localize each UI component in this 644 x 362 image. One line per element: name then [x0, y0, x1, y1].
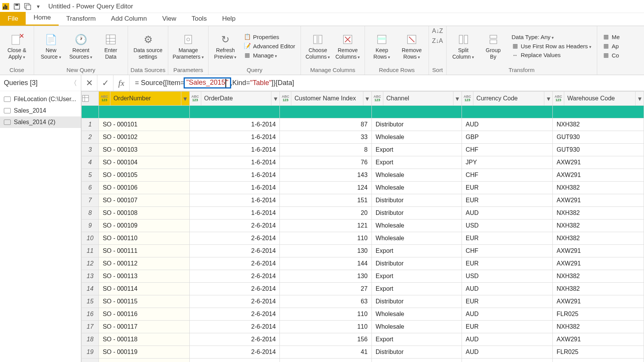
cell[interactable]: NXH382 [553, 321, 644, 333]
cell[interactable]: 2-6-2014 [189, 283, 280, 295]
table-row[interactable]: 3SO - 0001031-6-20148ExportCHFGUT930 [82, 144, 644, 156]
cell[interactable]: 2-6-2014 [189, 333, 280, 346]
cell[interactable]: 1-6-2014 [189, 144, 280, 156]
table-row[interactable]: 8SO - 0001081-6-201420DistributorAUDNXH3… [82, 207, 644, 219]
cell[interactable]: 2-6-2014 [189, 245, 280, 257]
keep-rows-button[interactable]: Keep Rows [368, 30, 396, 62]
column-header-orderdate[interactable]: ABC123OrderDate▾ [190, 92, 280, 105]
cell[interactable]: Distributor [371, 207, 462, 219]
cell[interactable]: EUR [462, 182, 552, 194]
cell[interactable]: AXW291 [553, 257, 644, 270]
cell[interactable]: Distributor [371, 346, 462, 359]
row-number[interactable]: 11 [82, 245, 99, 257]
cell[interactable]: Export [371, 245, 462, 257]
cell[interactable]: Wholesale [371, 219, 462, 232]
save-button[interactable] [12, 1, 22, 12]
cell[interactable]: SO - 000108 [99, 207, 189, 219]
table-corner[interactable] [82, 92, 99, 106]
cell[interactable]: 110 [280, 321, 372, 333]
cell[interactable]: SO - 000119 [99, 346, 189, 359]
split-column-button[interactable]: Split Column [450, 30, 477, 62]
cell[interactable]: 130 [280, 245, 372, 257]
table-row[interactable]: 12SO - 0001122-6-2014144DistributorEURAX… [82, 257, 644, 270]
cell[interactable]: 41 [280, 346, 372, 359]
remove-columns-button[interactable]: Remove Columns [334, 30, 361, 62]
cell[interactable]: AUD [462, 207, 552, 219]
column-filter-button[interactable]: ▾ [453, 92, 462, 105]
formula-commit-button[interactable]: ✓ [97, 75, 113, 91]
cell[interactable]: JPY [462, 156, 552, 169]
cell[interactable]: NXH382 [553, 283, 644, 295]
choose-columns-button[interactable]: Choose Columns [304, 30, 332, 62]
table-row[interactable]: 7SO - 0001071-6-2014151DistributorEURAXW… [82, 194, 644, 207]
cell[interactable]: USD [462, 219, 552, 232]
table-row[interactable]: 10SO - 0001102-6-2014110WholesaleEURNXH3… [82, 232, 644, 245]
cell[interactable]: Distributor [371, 257, 462, 270]
cell[interactable]: AXW291 [553, 156, 644, 169]
tab-home[interactable]: Home [26, 11, 58, 26]
cell[interactable]: Wholesale [371, 131, 462, 144]
qat-dropdown[interactable]: ▾ [33, 1, 44, 12]
data-type-button[interactable]: Data Type: Any [512, 34, 591, 40]
tab-transform[interactable]: Transform [59, 12, 104, 26]
cell[interactable]: 2-6-2014 [189, 308, 280, 321]
cell[interactable]: Wholesale [371, 182, 462, 194]
table-row[interactable]: 16SO - 0001162-6-2014110WholesaleAUDFLR0… [82, 308, 644, 321]
cell[interactable]: Distributor [371, 118, 462, 131]
merge-button[interactable]: ▦Me [603, 33, 620, 40]
cell[interactable]: EUR [462, 194, 552, 207]
cell[interactable]: 2-6-2014 [189, 257, 280, 270]
row-number[interactable]: 10 [82, 232, 99, 245]
cell[interactable]: 130 [280, 270, 372, 283]
cell[interactable]: CHF [462, 245, 552, 257]
cell[interactable]: 2-6-2014 [189, 321, 280, 333]
cell[interactable]: AXW291 [553, 295, 644, 308]
cell[interactable]: EUR [462, 257, 552, 270]
cell[interactable]: SO - 000120 [99, 359, 189, 362]
cell[interactable]: 2-6-2014 [189, 295, 280, 308]
cell[interactable]: AUD [462, 333, 552, 346]
advanced-editor-button[interactable]: 📝Advanced Editor [244, 43, 295, 49]
type-icon[interactable]: ABC123 [553, 92, 564, 105]
cell[interactable]: 151 [280, 194, 372, 207]
cell[interactable]: 121 [280, 219, 372, 232]
cell[interactable]: SO - 000112 [99, 257, 189, 270]
table-row[interactable]: 14SO - 0001142-6-201427ExportAUDNXH382 [82, 283, 644, 295]
cell[interactable]: SO - 000116 [99, 308, 189, 321]
cell[interactable]: 20 [280, 207, 372, 219]
query-item-sales-2014-2[interactable]: Sales_2014 (2) [0, 116, 81, 128]
row-number[interactable]: 7 [82, 194, 99, 207]
manage-button[interactable]: ▦Manage [244, 52, 295, 59]
cell[interactable]: 76 [280, 156, 372, 169]
sort-desc-button[interactable]: Z↓A [432, 38, 443, 44]
table-row[interactable]: 6SO - 0001061-6-2014124WholesaleEURNXH38… [82, 182, 644, 194]
cell[interactable]: Export [371, 144, 462, 156]
query-item-sales-2014[interactable]: Sales_2014 [0, 105, 81, 116]
cell[interactable]: GBP [462, 359, 552, 362]
cell[interactable]: Wholesale [371, 359, 462, 362]
cell[interactable]: 4 [280, 359, 372, 362]
row-number[interactable]: 2 [82, 131, 99, 144]
remove-rows-button[interactable]: Remove Rows [398, 30, 426, 62]
column-filter-button[interactable]: ▾ [635, 92, 644, 105]
cell[interactable]: 156 [280, 333, 372, 346]
cell[interactable]: EUR [462, 321, 552, 333]
cell[interactable]: Export [371, 283, 462, 295]
cell[interactable]: CHF [462, 169, 552, 182]
row-number[interactable]: 18 [82, 333, 99, 346]
column-filter-button[interactable]: ▾ [363, 92, 371, 105]
column-header-customer-name-index[interactable]: ABC123Customer Name Index▾ [280, 92, 371, 105]
cell[interactable]: 110 [280, 308, 372, 321]
formula-input[interactable]: = Source{[Item="Sales_2015",Kind="Table"… [130, 77, 644, 88]
row-number[interactable]: 19 [82, 346, 99, 359]
table-row[interactable]: 4SO - 0001041-6-201476ExportJPYAXW291 [82, 156, 644, 169]
row-number[interactable]: 13 [82, 270, 99, 283]
cell[interactable]: Export [371, 333, 462, 346]
type-icon[interactable]: ABC123 [99, 92, 110, 105]
cell[interactable]: NXH382 [553, 232, 644, 245]
cell[interactable]: 2-6-2014 [189, 359, 280, 362]
cell[interactable]: 2-6-2014 [189, 270, 280, 283]
properties-button[interactable]: 📋Properties [244, 33, 295, 40]
cell[interactable]: GBP [462, 131, 552, 144]
sort-asc-button[interactable]: A↓Z [432, 28, 443, 34]
